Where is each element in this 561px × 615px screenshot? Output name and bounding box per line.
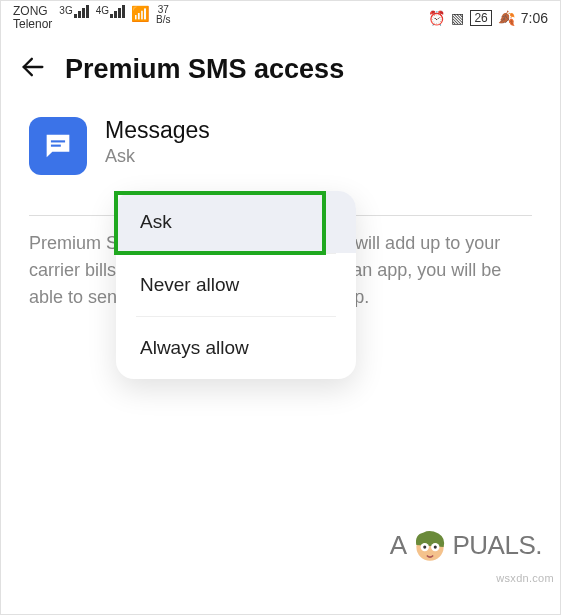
signal-2: 4G [95,5,125,18]
signal-1: 3G [58,5,88,18]
signal-bars-icon [74,5,89,18]
net-type-2: 4G [96,5,109,16]
watermark-text: wsxdn.com [496,572,554,584]
battery-level: 26 [474,11,487,25]
status-bar: ZONG Telenor 3G 4G 📶 37 B/s ⏰ ▧ 26 🍂 7:0… [1,1,560,33]
battery-icon: 26 [470,10,491,26]
permission-popup: Ask Never allow Always allow [116,191,356,379]
page-title: Premium SMS access [65,54,344,85]
data-speed: 37 B/s [156,5,170,25]
back-button[interactable] [19,53,47,85]
leaf-icon: 🍂 [498,10,515,26]
app-row[interactable]: Messages Ask [29,117,532,175]
speed-unit: B/s [156,15,170,25]
popup-option-always[interactable]: Always allow [116,317,356,379]
svg-point-6 [423,546,426,549]
brand-mascot-icon [409,524,451,566]
brand-suffix: PUALS. [453,530,543,561]
popup-option-never[interactable]: Never allow [116,254,356,316]
popup-option-ask[interactable]: Ask [116,191,356,253]
status-right: ⏰ ▧ 26 🍂 7:06 [428,10,548,26]
alarm-icon: ⏰ [428,10,445,26]
net-type-1: 3G [59,5,72,16]
app-info: Messages Ask [105,117,210,167]
svg-rect-1 [51,141,65,143]
svg-rect-2 [51,145,61,147]
vibrate-icon: ▧ [451,10,464,26]
svg-point-7 [433,546,436,549]
brand-logo: A PUALS. [390,524,542,566]
messages-app-icon [29,117,87,175]
arrow-left-icon [19,53,47,81]
app-status: Ask [105,146,210,167]
wifi-icon: 📶 [131,5,150,23]
status-left: ZONG Telenor 3G 4G 📶 37 B/s [13,5,171,31]
app-name: Messages [105,117,210,144]
signal-bars-icon [110,5,125,18]
carrier-2: Telenor [13,18,52,31]
brand-prefix: A [390,530,407,561]
carrier-labels: ZONG Telenor [13,5,52,31]
page-header: Premium SMS access [1,33,560,109]
clock-time: 7:06 [521,10,548,26]
